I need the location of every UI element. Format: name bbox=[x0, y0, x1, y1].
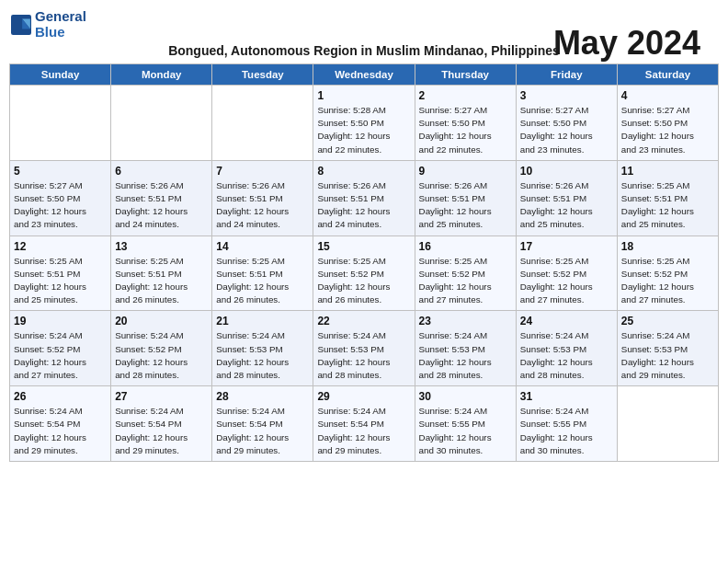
day-number: 21 bbox=[216, 315, 309, 327]
day-info: Sunrise: 5:26 AMSunset: 5:51 PMDaylight:… bbox=[317, 179, 410, 232]
day-info: Sunrise: 5:24 AMSunset: 5:52 PMDaylight:… bbox=[14, 329, 107, 382]
calendar-cell: 8Sunrise: 5:26 AMSunset: 5:51 PMDaylight… bbox=[313, 160, 415, 236]
day-number: 14 bbox=[216, 240, 309, 253]
day-number: 5 bbox=[14, 165, 107, 178]
day-number: 7 bbox=[216, 165, 309, 178]
calendar-cell: 13Sunrise: 5:25 AMSunset: 5:51 PMDayligh… bbox=[111, 236, 212, 311]
calendar-cell: 16Sunrise: 5:25 AMSunset: 5:52 PMDayligh… bbox=[415, 236, 516, 311]
day-number: 1 bbox=[317, 89, 410, 102]
day-number: 27 bbox=[115, 390, 208, 403]
day-info: Sunrise: 5:26 AMSunset: 5:51 PMDaylight:… bbox=[520, 179, 613, 232]
calendar-body: 1Sunrise: 5:28 AMSunset: 5:50 PMDaylight… bbox=[10, 86, 719, 462]
column-header-wednesday: Wednesday bbox=[313, 64, 415, 86]
calendar-cell: 20Sunrise: 5:24 AMSunset: 5:52 PMDayligh… bbox=[111, 311, 212, 386]
calendar-cell: 11Sunrise: 5:25 AMSunset: 5:51 PMDayligh… bbox=[617, 160, 718, 236]
day-info: Sunrise: 5:27 AMSunset: 5:50 PMDaylight:… bbox=[621, 104, 714, 156]
calendar-cell: 9Sunrise: 5:26 AMSunset: 5:51 PMDaylight… bbox=[415, 160, 516, 236]
day-number: 29 bbox=[317, 390, 410, 403]
calendar-cell: 30Sunrise: 5:24 AMSunset: 5:55 PMDayligh… bbox=[415, 386, 516, 462]
calendar-cell: 31Sunrise: 5:24 AMSunset: 5:55 PMDayligh… bbox=[516, 386, 617, 462]
calendar-cell: 2Sunrise: 5:27 AMSunset: 5:50 PMDaylight… bbox=[415, 86, 516, 161]
day-info: Sunrise: 5:24 AMSunset: 5:53 PMDaylight:… bbox=[317, 329, 410, 382]
title-section: May 2024 bbox=[553, 24, 700, 63]
day-number: 13 bbox=[115, 240, 208, 253]
calendar-cell: 22Sunrise: 5:24 AMSunset: 5:53 PMDayligh… bbox=[313, 311, 415, 386]
day-info: Sunrise: 5:26 AMSunset: 5:51 PMDaylight:… bbox=[216, 179, 309, 232]
calendar-cell: 15Sunrise: 5:25 AMSunset: 5:52 PMDayligh… bbox=[313, 236, 415, 311]
calendar-cell: 28Sunrise: 5:24 AMSunset: 5:54 PMDayligh… bbox=[212, 386, 313, 462]
column-header-tuesday: Tuesday bbox=[212, 64, 313, 86]
logo-icon bbox=[11, 15, 31, 35]
day-number: 22 bbox=[317, 315, 410, 327]
day-info: Sunrise: 5:27 AMSunset: 5:50 PMDaylight:… bbox=[419, 104, 512, 156]
day-info: Sunrise: 5:25 AMSunset: 5:51 PMDaylight:… bbox=[621, 179, 714, 232]
day-number: 10 bbox=[520, 165, 613, 178]
calendar-cell: 19Sunrise: 5:24 AMSunset: 5:52 PMDayligh… bbox=[10, 311, 111, 386]
calendar-cell: 25Sunrise: 5:24 AMSunset: 5:53 PMDayligh… bbox=[617, 311, 718, 386]
calendar-week-4: 19Sunrise: 5:24 AMSunset: 5:52 PMDayligh… bbox=[10, 311, 719, 386]
day-info: Sunrise: 5:24 AMSunset: 5:52 PMDaylight:… bbox=[115, 329, 208, 382]
day-number: 28 bbox=[216, 390, 309, 403]
day-number: 18 bbox=[621, 240, 714, 253]
day-number: 16 bbox=[419, 240, 512, 253]
column-header-saturday: Saturday bbox=[617, 64, 718, 86]
calendar-cell bbox=[10, 86, 111, 161]
day-number: 26 bbox=[14, 390, 107, 403]
day-number: 25 bbox=[621, 315, 714, 327]
day-info: Sunrise: 5:24 AMSunset: 5:53 PMDaylight:… bbox=[216, 329, 309, 382]
day-info: Sunrise: 5:25 AMSunset: 5:52 PMDaylight:… bbox=[520, 255, 613, 307]
calendar-week-3: 12Sunrise: 5:25 AMSunset: 5:51 PMDayligh… bbox=[10, 236, 719, 311]
calendar-week-5: 26Sunrise: 5:24 AMSunset: 5:54 PMDayligh… bbox=[10, 386, 719, 462]
day-info: Sunrise: 5:25 AMSunset: 5:52 PMDaylight:… bbox=[419, 255, 512, 307]
day-number: 31 bbox=[520, 390, 613, 403]
day-number: 20 bbox=[115, 315, 208, 327]
calendar-cell: 14Sunrise: 5:25 AMSunset: 5:51 PMDayligh… bbox=[212, 236, 313, 311]
day-info: Sunrise: 5:27 AMSunset: 5:50 PMDaylight:… bbox=[14, 179, 107, 232]
day-number: 19 bbox=[14, 315, 107, 327]
day-number: 6 bbox=[115, 165, 208, 178]
calendar-cell: 26Sunrise: 5:24 AMSunset: 5:54 PMDayligh… bbox=[10, 386, 111, 462]
day-number: 11 bbox=[621, 165, 714, 178]
logo-line2: Blue bbox=[35, 25, 86, 40]
day-info: Sunrise: 5:25 AMSunset: 5:52 PMDaylight:… bbox=[317, 255, 410, 307]
day-info: Sunrise: 5:25 AMSunset: 5:51 PMDaylight:… bbox=[115, 255, 208, 307]
calendar-table: SundayMondayTuesdayWednesdayThursdayFrid… bbox=[9, 63, 719, 462]
day-info: Sunrise: 5:24 AMSunset: 5:54 PMDaylight:… bbox=[115, 405, 208, 457]
column-header-friday: Friday bbox=[516, 64, 617, 86]
calendar-cell: 3Sunrise: 5:27 AMSunset: 5:50 PMDaylight… bbox=[516, 86, 617, 161]
column-header-thursday: Thursday bbox=[415, 64, 516, 86]
day-number: 8 bbox=[317, 165, 410, 178]
calendar-cell: 29Sunrise: 5:24 AMSunset: 5:54 PMDayligh… bbox=[313, 386, 415, 462]
day-info: Sunrise: 5:27 AMSunset: 5:50 PMDaylight:… bbox=[520, 104, 613, 156]
calendar-header-row: SundayMondayTuesdayWednesdayThursdayFrid… bbox=[10, 64, 719, 86]
calendar-cell: 10Sunrise: 5:26 AMSunset: 5:51 PMDayligh… bbox=[516, 160, 617, 236]
calendar-cell: 21Sunrise: 5:24 AMSunset: 5:53 PMDayligh… bbox=[212, 311, 313, 386]
day-info: Sunrise: 5:24 AMSunset: 5:54 PMDaylight:… bbox=[14, 405, 107, 457]
calendar-cell bbox=[617, 386, 718, 462]
calendar-week-1: 1Sunrise: 5:28 AMSunset: 5:50 PMDaylight… bbox=[10, 86, 719, 161]
day-info: Sunrise: 5:24 AMSunset: 5:55 PMDaylight:… bbox=[520, 405, 613, 457]
day-info: Sunrise: 5:24 AMSunset: 5:54 PMDaylight:… bbox=[216, 405, 309, 457]
calendar-cell: 27Sunrise: 5:24 AMSunset: 5:54 PMDayligh… bbox=[111, 386, 212, 462]
day-info: Sunrise: 5:28 AMSunset: 5:50 PMDaylight:… bbox=[317, 104, 410, 156]
calendar-cell: 1Sunrise: 5:28 AMSunset: 5:50 PMDaylight… bbox=[313, 86, 415, 161]
day-number: 15 bbox=[317, 240, 410, 253]
day-info: Sunrise: 5:25 AMSunset: 5:51 PMDaylight:… bbox=[216, 255, 309, 307]
day-number: 4 bbox=[621, 89, 714, 102]
day-info: Sunrise: 5:26 AMSunset: 5:51 PMDaylight:… bbox=[115, 179, 208, 232]
calendar-week-2: 5Sunrise: 5:27 AMSunset: 5:50 PMDaylight… bbox=[10, 160, 719, 236]
day-number: 17 bbox=[520, 240, 613, 253]
day-number: 2 bbox=[419, 89, 512, 102]
day-info: Sunrise: 5:25 AMSunset: 5:52 PMDaylight:… bbox=[621, 255, 714, 307]
calendar-cell bbox=[212, 86, 313, 161]
calendar-cell: 4Sunrise: 5:27 AMSunset: 5:50 PMDaylight… bbox=[617, 86, 718, 161]
month-title: May 2024 bbox=[553, 24, 700, 63]
day-number: 9 bbox=[419, 165, 512, 178]
day-info: Sunrise: 5:24 AMSunset: 5:55 PMDaylight:… bbox=[419, 405, 512, 457]
day-info: Sunrise: 5:24 AMSunset: 5:54 PMDaylight:… bbox=[317, 405, 410, 457]
day-number: 23 bbox=[419, 315, 512, 327]
column-header-sunday: Sunday bbox=[10, 64, 111, 86]
calendar-cell: 17Sunrise: 5:25 AMSunset: 5:52 PMDayligh… bbox=[516, 236, 617, 311]
calendar-cell: 18Sunrise: 5:25 AMSunset: 5:52 PMDayligh… bbox=[617, 236, 718, 311]
column-header-monday: Monday bbox=[111, 64, 212, 86]
